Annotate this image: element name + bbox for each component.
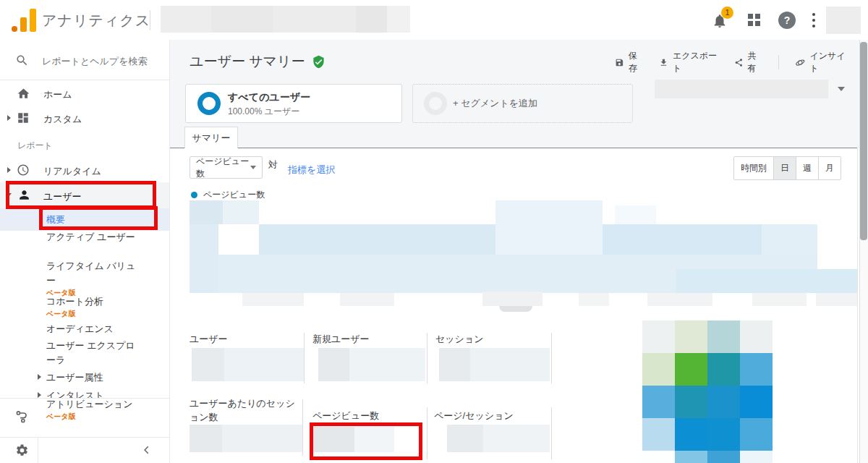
legend-dot-icon <box>191 192 197 198</box>
sidebar-footer <box>0 437 169 463</box>
sidebar-item-label: ホーム <box>43 88 72 101</box>
redaction-block <box>356 6 387 33</box>
home-icon <box>17 87 30 101</box>
expand-arrow-icon <box>7 115 11 121</box>
segment-subtitle: 100.00% ユーザー <box>228 106 299 118</box>
analytics-logo-icon <box>10 9 36 32</box>
redacted-metric-value <box>318 348 349 381</box>
metric-divider <box>302 399 303 456</box>
legend-label: ページビュー数 <box>203 189 265 201</box>
sidebar-item-user-explorer[interactable]: ユーザー エクスプローラ <box>46 339 137 368</box>
redacted-metric-value <box>192 348 224 381</box>
dots-icon <box>812 19 815 22</box>
redaction-block <box>387 6 410 33</box>
expand-arrow-icon <box>38 392 41 398</box>
help-button[interactable]: ? <box>778 12 796 29</box>
redacted-metric-value <box>190 425 222 452</box>
sidebar-item-audience[interactable]: オーディエンス <box>46 322 137 336</box>
redacted-view-selector[interactable] <box>655 80 828 98</box>
add-segment-card[interactable]: + セグメントを追加 <box>412 84 633 123</box>
export-button[interactable]: エクスポート <box>659 50 718 75</box>
annotation-box-pageviews-value <box>310 422 422 460</box>
sidebar-item-label: ライフタイム バリュー <box>46 259 137 288</box>
notifications-button[interactable]: 1 <box>712 9 736 32</box>
beta-badge: ベータ版 <box>46 412 137 422</box>
app-header: アナリティクス 1 ? <box>0 0 868 41</box>
logo-bar-mid <box>20 17 27 32</box>
logo-dot <box>12 26 17 32</box>
sidebar-item-attribution[interactable]: アトリビューション ベータ版 <box>0 398 169 438</box>
sidebar-item-active-users[interactable]: アクティブ ユーザー <box>46 230 137 245</box>
metric-label-sessions: セッション <box>435 333 484 346</box>
share-button[interactable]: 共有 <box>734 50 762 75</box>
metric-selector-dropdown[interactable]: ページビュー数 <box>190 156 263 179</box>
chart-expand-handle[interactable] <box>499 306 532 312</box>
sidebar-item-home[interactable]: ホーム <box>0 81 169 106</box>
analytics-app: アナリティクス 1 ? <box>0 0 868 463</box>
metric-divider <box>551 333 552 383</box>
metric-divider <box>427 407 427 459</box>
page-title: ユーザー サマリー <box>190 52 305 71</box>
apps-grid-icon <box>755 14 760 19</box>
beta-badge: ベータ版 <box>46 309 140 319</box>
time-button-week[interactable]: 週 <box>796 157 818 179</box>
segment-ring-icon <box>197 92 221 115</box>
redacted-avatar[interactable] <box>826 7 861 34</box>
footer-divider <box>38 438 38 463</box>
insight-button[interactable]: インサイト <box>795 50 848 75</box>
tab-label: サマリー <box>192 132 231 145</box>
save-button[interactable]: 保存 <box>615 50 643 75</box>
tab-summary[interactable]: サマリー <box>184 127 238 148</box>
metric-label-pageviews: ページビュー数 <box>312 409 379 422</box>
scrollbar-thumb[interactable] <box>860 42 867 240</box>
collapse-sidebar-icon[interactable] <box>142 445 152 455</box>
expand-arrow-icon <box>38 374 41 380</box>
chart-legend: ページビュー数 <box>191 189 265 201</box>
sidebar-item-label: ユーザー属性 <box>46 371 103 384</box>
metric-label-sessions-per-user: ユーザーあたりのセッション数 <box>190 396 298 424</box>
apps-grid-button[interactable] <box>748 14 760 26</box>
save-label: 保存 <box>629 50 643 75</box>
annotation-box-user-nav <box>6 181 156 209</box>
apps-grid-icon <box>748 21 753 26</box>
view-selector-caret-icon[interactable] <box>838 87 845 91</box>
segment-card-all-users[interactable]: すべてのユーザー 100.00% ユーザー <box>185 84 402 123</box>
sidebar-item-realtime[interactable]: リアルタイム <box>0 158 169 182</box>
metric-label-new-users: 新規ユーザー <box>312 333 370 346</box>
sidebar-item-demographics[interactable]: ユーザー属性 <box>0 370 169 387</box>
metric-selector-value: ページビュー数 <box>196 156 250 180</box>
select-metric-link[interactable]: 指標を選択 <box>288 163 335 177</box>
metric-divider <box>427 333 427 383</box>
metric-label-users: ユーザー <box>190 333 228 346</box>
metric-label-pages-per-session: ページ/セッション <box>434 409 514 422</box>
segment-ring-gray-icon <box>424 92 447 115</box>
report-action-bar: 保存 エクスポート 共有 インサイト <box>615 55 848 69</box>
time-button-day[interactable]: 日 <box>773 157 796 179</box>
sidebar-item-label: アトリビューション ベータ版 <box>46 397 137 422</box>
metric-divider <box>304 333 305 383</box>
sidebar-item-label: コホート分析 <box>46 294 137 309</box>
time-button-hourly[interactable]: 時間別 <box>734 157 773 179</box>
sidebar-search[interactable]: レポートとヘルプを検索 <box>0 40 169 80</box>
sidebar-item-label: リアルタイム <box>43 165 101 178</box>
sidebar-item-cohort[interactable]: コホート分析 ベータ版 <box>46 294 140 319</box>
apps-grid-icon <box>748 14 753 19</box>
sidebar-item-custom[interactable]: カスタム <box>0 106 169 130</box>
sidebar-section-reports: レポート <box>17 140 53 152</box>
save-icon <box>615 57 624 68</box>
logo-bar-tall <box>30 9 36 32</box>
search-icon <box>15 54 29 67</box>
insight-icon <box>795 56 806 69</box>
time-button-month[interactable]: 月 <box>818 157 841 179</box>
sidebar-item-lifetime-value[interactable]: ライフタイム バリュー ベータ版 <box>46 259 140 298</box>
overflow-menu-button[interactable] <box>810 12 817 29</box>
custom-grid-icon <box>17 111 30 124</box>
notification-badge: 1 <box>721 7 733 19</box>
gear-icon[interactable] <box>15 443 29 457</box>
attribution-icon <box>14 409 30 425</box>
shield-check-icon <box>312 55 326 69</box>
segment-title: すべてのユーザー <box>228 91 310 104</box>
apps-grid-icon <box>755 21 760 26</box>
redacted-account-name[interactable] <box>161 6 410 33</box>
time-granularity-group: 時間別 日 週 月 <box>733 156 841 180</box>
